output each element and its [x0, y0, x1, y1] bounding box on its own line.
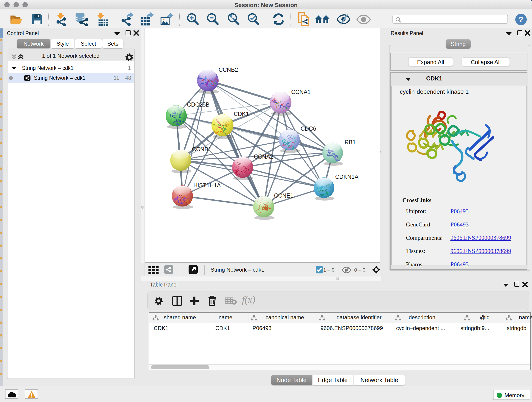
svg-text:CCNB2: CCNB2	[219, 66, 238, 73]
svg-text:CDK1: CDK1	[234, 111, 249, 117]
svg-text:HIST1H1A: HIST1H1A	[193, 182, 221, 188]
svg-text:CCNB1: CCNB1	[192, 146, 211, 153]
svg-text:RB1: RB1	[345, 139, 356, 145]
svg-text:?: ?	[519, 15, 524, 24]
svg-text:CDKN1A: CDKN1A	[335, 173, 359, 180]
svg-text:CDC6: CDC6	[301, 125, 316, 132]
svg-text:CCNA2: CCNA2	[254, 153, 273, 160]
svg-text:CCNE1: CCNE1	[274, 192, 293, 199]
svg-text:CCNA1: CCNA1	[291, 89, 311, 95]
svg-text:CDC25B: CDC25B	[187, 101, 210, 108]
